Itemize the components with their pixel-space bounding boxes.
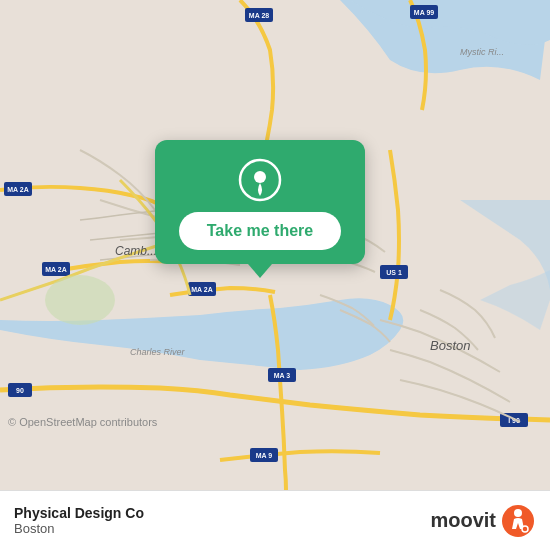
moovit-text: moovit (430, 509, 496, 532)
svg-text:MA 9: MA 9 (256, 452, 273, 459)
attribution-text: © OpenStreetMap contributors (8, 416, 157, 428)
location-info: Physical Design Co Boston (14, 505, 144, 536)
bottom-bar: Physical Design Co Boston moovit (0, 490, 550, 550)
svg-text:US 1: US 1 (386, 269, 402, 276)
moovit-icon (500, 503, 536, 539)
moovit-logo: moovit (430, 503, 536, 539)
svg-point-30 (514, 509, 522, 517)
svg-text:MA 2A: MA 2A (191, 286, 213, 293)
svg-text:MA 28: MA 28 (249, 12, 269, 19)
svg-text:90: 90 (16, 387, 24, 394)
location-popup[interactable]: Take me there (155, 140, 365, 264)
place-city: Boston (14, 521, 144, 536)
svg-text:Charles River: Charles River (130, 347, 186, 357)
svg-point-25 (45, 275, 115, 325)
svg-text:MA 2A: MA 2A (45, 266, 67, 273)
svg-point-31 (522, 526, 528, 532)
map-attribution: © OpenStreetMap contributors (8, 416, 157, 428)
location-pin-icon (238, 158, 282, 202)
map-view[interactable]: Mystic Ri... Charles River 90 I 90 MA 2A… (0, 0, 550, 490)
svg-text:MA 3: MA 3 (274, 372, 291, 379)
svg-text:Mystic Ri...: Mystic Ri... (460, 47, 504, 57)
svg-text:MA 99: MA 99 (414, 9, 434, 16)
svg-point-28 (254, 171, 266, 183)
svg-text:Boston: Boston (430, 338, 470, 353)
svg-text:Camb...: Camb... (115, 244, 157, 258)
place-name: Physical Design Co (14, 505, 144, 521)
svg-text:MA 2A: MA 2A (7, 186, 29, 193)
take-me-there-button[interactable]: Take me there (179, 212, 341, 250)
